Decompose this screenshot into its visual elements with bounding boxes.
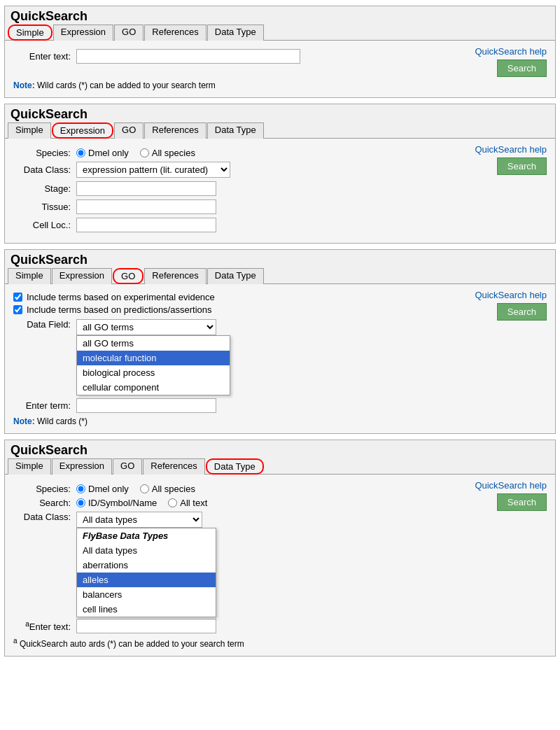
tissue-label: Tissue:: [13, 202, 76, 212]
note-text-dt-b: ards (*) can be added to your search ter…: [89, 639, 244, 649]
species-dmel-option-dt[interactable]: Dmel only: [76, 484, 129, 494]
note-text-dt-a: QuickSearch auto: [20, 639, 86, 649]
search-id-radio[interactable]: [76, 498, 85, 507]
search-alltext-option[interactable]: All text: [168, 498, 207, 508]
dropdown-item-cellular[interactable]: cellular component: [77, 380, 230, 395]
enter-text-label: Enter text:: [13, 51, 76, 62]
search-alltext-radio[interactable]: [168, 498, 177, 507]
tab-dt-references[interactable]: References: [143, 458, 204, 475]
simple-note: Note: Wild cards (*) can be added to you…: [13, 80, 547, 90]
expression-top-right: QuickSearch help Search: [475, 144, 547, 175]
tab-expr-go[interactable]: GO: [114, 122, 144, 139]
tab-go-go[interactable]: GO: [113, 268, 144, 284]
data-class-label-dt: Data Class:: [13, 512, 76, 522]
dropdown-item-all-go[interactable]: all GO terms: [77, 336, 230, 351]
checkbox-predictions-input[interactable]: [13, 305, 22, 314]
datatype-dropdown-list: FlyBase Data Types All data types aberra…: [76, 528, 216, 617]
species-radio-group: Dmel only All species: [76, 148, 195, 158]
tab-dt-expression[interactable]: Expression: [52, 458, 112, 475]
data-field-select[interactable]: all GO terms: [76, 319, 216, 335]
cell-loc-label: Cell Loc.:: [13, 220, 76, 230]
cell-loc-input[interactable]: [76, 218, 216, 232]
tabs-go: Simple Expression GO References Data Typ…: [5, 267, 555, 284]
note-label-go: Note:: [13, 416, 35, 426]
dropdown-item-molecular[interactable]: molecular function: [77, 351, 230, 365]
data-class-select-dt[interactable]: All data types: [76, 512, 202, 528]
checkbox-experimental-input[interactable]: [13, 293, 22, 302]
enter-term-input[interactable]: [76, 398, 216, 413]
species-all-radio-dt[interactable]: [140, 484, 149, 493]
dt-note: a QuickSearch auto ards (*) can be added…: [13, 637, 244, 649]
enter-term-label: Enter term:: [13, 400, 76, 411]
tabs-expression: Simple Expression GO References Data Typ…: [5, 122, 555, 139]
datatype-form: Species: Dmel only All species Search:: [13, 480, 244, 649]
search-button-dt[interactable]: Search: [497, 493, 547, 511]
qs-title-datatype: QuickSearch: [5, 440, 555, 458]
checkbox-predictions-label: Include terms based on predictions/asser…: [27, 304, 211, 315]
qs-body-expression: Species: Dmel only All species Data Clas: [5, 139, 555, 243]
dropdown-item-all-dt[interactable]: All data types: [77, 543, 216, 558]
search-id-label: ID/Symbol/Name: [88, 498, 157, 508]
tab-dt-go[interactable]: GO: [113, 458, 142, 475]
tab-dt-datatype[interactable]: Data Type: [206, 458, 264, 475]
tab-expr-references[interactable]: References: [144, 122, 206, 139]
quicksearch-help-link-expr[interactable]: QuickSearch help: [475, 144, 547, 155]
search-alltext-label: All text: [180, 498, 207, 508]
species-dmel-radio-dt[interactable]: [76, 484, 85, 493]
tab-go-expression[interactable]: Expression: [52, 268, 112, 284]
dropdown-item-aberrations[interactable]: aberrations: [77, 558, 216, 573]
tab-simple-datatype[interactable]: Data Type: [207, 24, 264, 41]
tab-go-references[interactable]: References: [144, 268, 206, 284]
species-dmel-label: Dmel only: [88, 148, 129, 158]
dropdown-item-alleles[interactable]: alleles: [77, 573, 216, 587]
tab-dt-simple[interactable]: Simple: [8, 458, 51, 475]
dropdown-header-dt: FlyBase Data Types: [77, 528, 216, 543]
tab-expr-datatype[interactable]: Data Type: [207, 122, 264, 139]
stage-input[interactable]: [76, 181, 216, 196]
dropdown-item-cell-lines[interactable]: cell lines: [77, 602, 216, 617]
simple-form: Enter text:: [13, 46, 300, 67]
qs-title-go: QuickSearch: [5, 250, 555, 267]
species-label-dt: Species:: [13, 484, 76, 494]
dropdown-item-biological[interactable]: biological process: [77, 365, 230, 380]
go-note: Note: Wild cards (*): [13, 416, 216, 426]
note-text-go: Wild cards (*): [37, 416, 88, 426]
quicksearch-help-link-dt[interactable]: QuickSearch help: [475, 480, 547, 491]
tabs-simple: Simple Expression GO References Data Typ…: [5, 24, 555, 41]
tab-simple-expression[interactable]: Expression: [53, 24, 113, 41]
species-all-label-dt: All species: [152, 484, 195, 494]
go-form: Include terms based on experimental evid…: [13, 290, 216, 426]
species-all-option[interactable]: All species: [140, 148, 195, 158]
species-all-option-dt[interactable]: All species: [140, 484, 195, 494]
quicksearch-datatype-block: QuickSearch Simple Expression GO Referen…: [4, 440, 556, 657]
enter-text-input[interactable]: [76, 49, 300, 64]
tab-simple-go[interactable]: GO: [114, 24, 144, 41]
quicksearch-help-link-go[interactable]: QuickSearch help: [475, 290, 547, 300]
search-label2-dt: Search:: [13, 498, 76, 508]
data-class-select-expr[interactable]: expression pattern (lit. curated): [76, 162, 230, 178]
enter-text-input-dt[interactable]: [76, 619, 216, 633]
quicksearch-help-link[interactable]: QuickSearch help: [475, 46, 547, 57]
search-button-go[interactable]: Search: [497, 303, 547, 321]
qs-title-expression: QuickSearch: [5, 104, 555, 122]
tab-go-datatype[interactable]: Data Type: [207, 268, 264, 284]
species-dmel-radio[interactable]: [76, 148, 85, 157]
species-dmel-option[interactable]: Dmel only: [76, 148, 129, 158]
dropdown-item-balancers[interactable]: balancers: [77, 587, 216, 602]
search-id-option[interactable]: ID/Symbol/Name: [76, 498, 157, 508]
note-text-simple: Wild cards (*) can be added to your sear…: [37, 80, 216, 90]
tab-simple-simple[interactable]: Simple: [8, 24, 52, 41]
tissue-input[interactable]: [76, 199, 216, 214]
quicksearch-simple-block: QuickSearch Simple Expression GO Referen…: [4, 6, 556, 98]
tab-simple-references[interactable]: References: [144, 24, 206, 41]
species-dmel-label-dt: Dmel only: [88, 484, 129, 494]
tab-expr-expression[interactable]: Expression: [52, 122, 113, 139]
species-all-radio[interactable]: [140, 148, 149, 157]
search-button-expr[interactable]: Search: [497, 157, 547, 175]
datatype-dropdown-container: All data types FlyBase Data Types All da…: [76, 512, 202, 528]
data-field-label: Data Field:: [13, 319, 76, 330]
search-button-simple[interactable]: Search: [497, 59, 547, 77]
note-label-simple: Note:: [13, 80, 35, 90]
tab-go-simple[interactable]: Simple: [8, 268, 51, 284]
tab-expr-simple[interactable]: Simple: [8, 122, 51, 139]
